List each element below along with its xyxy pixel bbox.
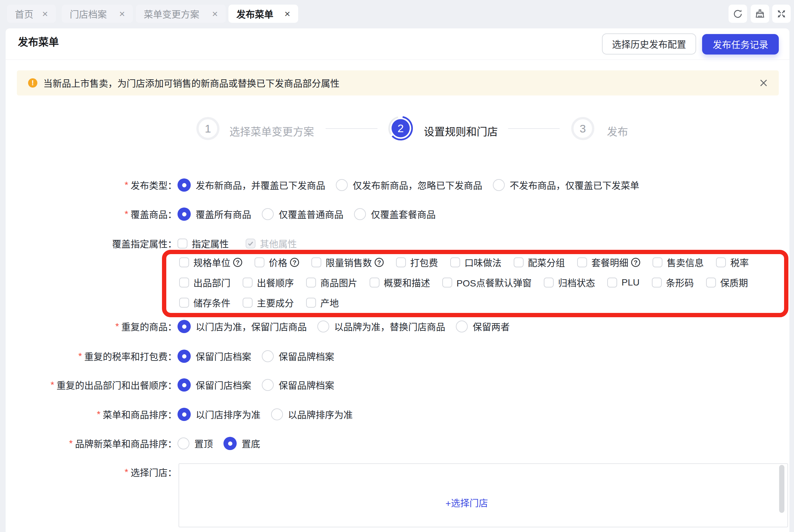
svg-text:2: 2 xyxy=(398,122,404,134)
svg-text:?: ? xyxy=(634,259,638,266)
svg-text:?: ? xyxy=(236,259,240,266)
svg-text:?: ? xyxy=(377,259,381,266)
svg-text:?: ? xyxy=(292,259,297,266)
